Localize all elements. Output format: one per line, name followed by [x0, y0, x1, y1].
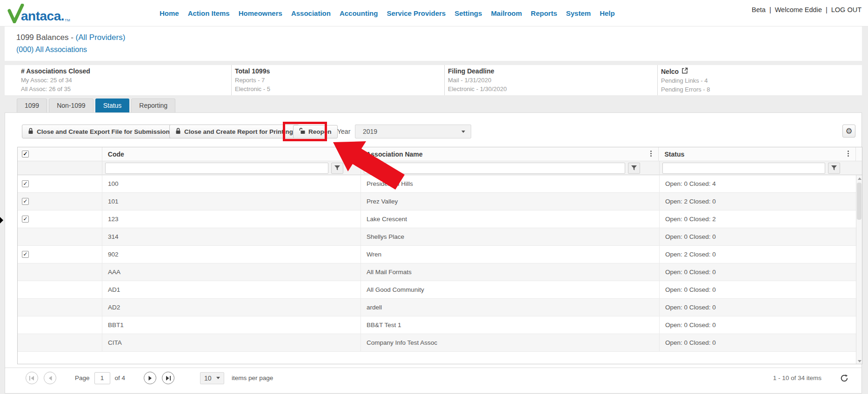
table-row: ✓ 902 Wren Open: 2 Closed: 0 — [18, 246, 857, 263]
column-menu-icon[interactable] — [848, 151, 849, 157]
nav-item-action-items[interactable]: Action Items — [188, 9, 230, 17]
nav-item-service-providers[interactable]: Service Providers — [387, 9, 446, 17]
refresh-button[interactable] — [840, 374, 848, 382]
nav-item-home[interactable]: Home — [160, 9, 179, 17]
tab-status[interactable]: Status — [95, 98, 130, 112]
page-count-label: of 4 — [115, 374, 126, 381]
welcome-user-label: Welcome Eddie — [775, 6, 822, 13]
cell-code: BBT1 — [102, 316, 361, 334]
nav-item-mailroom[interactable]: Mailroom — [491, 9, 522, 17]
column-header-code[interactable]: Code — [102, 147, 361, 161]
nav-item-homeowners[interactable]: Homeowners — [239, 9, 282, 17]
cell-association-name: Wren — [361, 246, 660, 263]
row-checkbox[interactable]: ✓ — [22, 198, 29, 205]
chevron-down-icon — [461, 131, 465, 133]
stat-filing-deadline: Filing Deadline Mail - 1/31/2020 Electro… — [444, 65, 657, 95]
association-name-filter-button[interactable] — [628, 163, 640, 174]
nav-item-settings[interactable]: Settings — [454, 9, 482, 17]
cell-status: Open: 0 Closed: 4 — [660, 175, 857, 192]
external-link-icon[interactable] — [681, 67, 688, 75]
row-checkbox[interactable]: ✓ — [22, 216, 29, 223]
tab-reporting[interactable]: Reporting — [131, 98, 175, 112]
close-print-button[interactable]: Close and Create Report for Printing — [169, 125, 299, 138]
stat-nelco: Nelco Pending Links - 4 Pending Errors -… — [657, 65, 857, 95]
last-page-button[interactable] — [162, 372, 174, 384]
row-checkbox[interactable]: ✓ — [22, 180, 29, 187]
cell-association-name: Company Info Test Assoc — [361, 334, 660, 351]
nelco-label[interactable]: Nelco — [661, 68, 679, 75]
first-page-icon — [29, 376, 34, 381]
cell-code: 314 — [102, 228, 361, 245]
tab-strip: 1099 Non-1099 Status Reporting — [17, 98, 175, 112]
cell-code: 101 — [102, 193, 361, 210]
scroll-up-icon[interactable] — [858, 177, 861, 180]
stats-summary-bar: # Associations Closed My Assoc: 25 of 34… — [5, 65, 862, 95]
table-row: ✓ AD1 All Good Community Open: 0 Closed:… — [18, 281, 857, 299]
table-row: ✓ 100 Presidential Hills Open: 0 Closed:… — [18, 175, 857, 193]
first-page-button[interactable] — [26, 372, 38, 384]
beta-label: Beta — [752, 6, 766, 13]
cell-code: 902 — [102, 246, 361, 263]
scroll-down-icon[interactable] — [858, 360, 861, 362]
association-name-filter-input[interactable] — [364, 163, 625, 174]
tab-1099[interactable]: 1099 — [17, 98, 47, 112]
year-dropdown[interactable]: 2019 — [355, 125, 471, 138]
grid-body: ✓ 100 Presidential Hills Open: 0 Closed:… — [18, 175, 862, 364]
main-nav: Home Action Items Homeowners Association… — [160, 0, 615, 26]
nav-item-system[interactable]: System — [566, 9, 591, 17]
status-filter-input[interactable] — [662, 163, 825, 174]
scrollbar-spacer — [856, 147, 862, 161]
page-title: 1099 Balances - (All Providers) — [16, 33, 862, 42]
page-title-prefix: 1099 Balances - — [16, 33, 76, 42]
next-page-button[interactable] — [144, 372, 156, 384]
user-session-bar: Beta | Welcome Eddie | LOG OUT — [752, 6, 861, 13]
separator: | — [826, 6, 828, 13]
cell-association-name: Lake Crescent — [361, 210, 660, 228]
row-checkbox[interactable]: ✓ — [22, 251, 29, 258]
grid-header-row: ✓ Code Association Name Status — [18, 147, 862, 161]
chevron-down-icon — [216, 377, 220, 379]
nav-item-association[interactable]: Association — [291, 9, 331, 17]
cell-association-name: Prez Valley — [361, 193, 660, 210]
cell-code: AD2 — [102, 299, 361, 316]
table-row: ✓ 101 Prez Valley Open: 2 Closed: 0 — [18, 193, 857, 210]
top-bar: antaca. TM Home Action Items Homeowners … — [0, 0, 868, 26]
nav-item-accounting[interactable]: Accounting — [340, 9, 378, 17]
vertical-scrollbar[interactable] — [856, 175, 862, 364]
lock-icon — [28, 128, 33, 136]
associations-grid: ✓ Code Association Name Status — [17, 147, 862, 364]
tab-non-1099[interactable]: Non-1099 — [49, 98, 93, 112]
grid-settings-button[interactable]: ⚙ — [842, 125, 855, 138]
pager-bar: Page of 4 10 items per page 1 - 10 of 34… — [5, 368, 861, 388]
cell-association-name: All Good Community — [361, 281, 660, 298]
column-header-status[interactable]: Status — [659, 147, 856, 161]
select-all-checkbox[interactable]: ✓ — [22, 151, 29, 158]
close-export-button[interactable]: Close and Create Export File for Submiss… — [22, 125, 176, 138]
nav-item-reports[interactable]: Reports — [531, 9, 557, 17]
cell-association-name: ardell — [361, 299, 660, 316]
nav-item-help[interactable]: Help — [600, 9, 615, 17]
all-providers-link[interactable]: (All Providers) — [76, 33, 126, 42]
filter-cell-empty — [18, 161, 102, 175]
status-filter-button[interactable] — [828, 163, 840, 174]
unlock-icon — [299, 128, 305, 136]
previous-page-button[interactable] — [44, 372, 56, 384]
cell-status: Open: 0 Closed: 0 — [660, 281, 857, 298]
reopen-button[interactable]: Reopen — [293, 125, 338, 138]
page-number-input[interactable] — [94, 372, 110, 384]
code-filter-button[interactable] — [331, 163, 343, 174]
cell-status: Open: 0 Closed: 0 — [660, 228, 857, 245]
page-size-dropdown[interactable]: 10 — [200, 372, 224, 384]
cell-code: CITA — [102, 334, 361, 351]
column-menu-icon[interactable] — [650, 151, 652, 157]
cell-code: 100 — [102, 175, 361, 192]
code-filter-input[interactable] — [105, 163, 328, 174]
funnel-icon — [334, 165, 340, 171]
association-selector-link[interactable]: (000) All Associations — [16, 46, 862, 54]
log-out-link[interactable]: LOG OUT — [831, 6, 861, 13]
previous-page-icon — [48, 376, 52, 381]
vantaca-logo[interactable]: antaca. TM — [7, 4, 70, 25]
column-header-association-name[interactable]: Association Name — [361, 147, 659, 161]
table-row: ✓ 314 Shellys Place Open: 0 Closed: 0 — [18, 228, 857, 246]
scrollbar-thumb[interactable] — [857, 183, 861, 220]
